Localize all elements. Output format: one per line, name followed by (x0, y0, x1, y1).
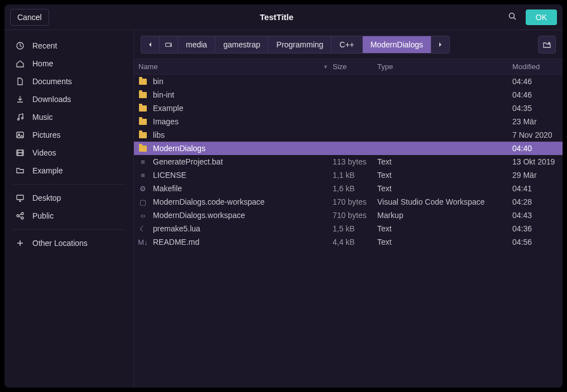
sidebar-item-public[interactable]: Public (4, 207, 133, 225)
file-row[interactable]: ≡LICENSE1,1 kBText29 Mär (134, 168, 563, 182)
file-type: Text (377, 157, 512, 166)
file-name: libs (153, 130, 165, 139)
sidebar: Recent Home Documents Downloads Music Pi… (4, 30, 134, 388)
file-type: Text (377, 184, 512, 193)
file-row[interactable]: Images23 Mär (134, 115, 563, 128)
chevron-left-icon (146, 40, 155, 49)
column-header-label: Name (138, 62, 158, 71)
sidebar-item-label: Desktop (32, 193, 61, 202)
download-icon (16, 95, 25, 104)
search-button[interactable] (504, 8, 520, 26)
column-headers: Name ▼ Size Type Modified (134, 59, 563, 75)
file-size: 710 bytes (333, 211, 377, 220)
sidebar-item-pictures[interactable]: Pictures (4, 126, 133, 144)
file-icon: ≡ (138, 157, 147, 166)
header-bar: Cancel TestTitle OK (4, 4, 563, 30)
file-modified: 04:28 (512, 197, 563, 206)
file-name: LICENSE (153, 171, 186, 180)
sidebar-item-recent[interactable]: Recent (4, 37, 133, 55)
svg-point-11 (21, 217, 23, 219)
file-dialog: Cancel TestTitle OK Recent Home Do (4, 4, 563, 388)
file-modified: 04:35 (512, 104, 563, 113)
cancel-button[interactable]: Cancel (10, 9, 49, 26)
column-header-type[interactable]: Type (377, 62, 512, 71)
path-forward-button[interactable] (431, 36, 450, 54)
file-row[interactable]: bin-int04:46 (134, 88, 563, 101)
chevron-right-icon (436, 40, 445, 49)
sidebar-item-example[interactable]: Example (4, 162, 133, 180)
path-back-button[interactable] (141, 36, 159, 54)
file-modified: 7 Nov 2020 (512, 130, 563, 139)
svg-rect-8 (17, 195, 23, 200)
breadcrumb-segment[interactable]: C++ (331, 36, 362, 54)
folder-icon (16, 166, 25, 175)
search-icon (508, 12, 517, 21)
svg-rect-5 (17, 132, 23, 138)
new-folder-button[interactable] (538, 36, 556, 54)
file-modified: 23 Mär (512, 117, 563, 126)
file-type: Text (377, 224, 512, 233)
file-row[interactable]: libs7 Nov 2020 (134, 128, 563, 142)
sidebar-item-downloads[interactable]: Downloads (4, 90, 133, 108)
file-size: 170 bytes (333, 197, 377, 206)
svg-point-9 (17, 215, 19, 217)
sort-indicator-icon: ▼ (323, 64, 328, 70)
file-icon: ☾ (138, 224, 147, 233)
clock-icon (16, 41, 25, 50)
sidebar-item-label: Example (32, 166, 63, 175)
file-modified: 04:46 (512, 77, 563, 86)
file-row[interactable]: ModernDialogs04:40 (134, 142, 563, 155)
file-row[interactable]: ‹›ModernDialogs.workspace710 bytesMarkup… (134, 209, 563, 222)
file-row[interactable]: ⚙Makefile1,6 kBText04:41 (134, 182, 563, 195)
file-icon: ⚙ (138, 184, 147, 193)
sidebar-item-label: Pictures (32, 130, 61, 139)
svg-point-0 (509, 13, 514, 18)
file-name: README.md (153, 238, 199, 246)
file-type: Markup (377, 211, 512, 220)
sidebar-item-videos[interactable]: Videos (4, 144, 133, 162)
file-icon: ≡ (138, 171, 147, 180)
sidebar-item-label: Other Locations (32, 239, 88, 248)
file-row[interactable]: ≡GenerateProject.bat113 bytesText13 Okt … (134, 155, 563, 168)
file-row[interactable]: M↓README.md4,4 kBText04:56 (134, 235, 563, 249)
sidebar-item-music[interactable]: Music (4, 108, 133, 126)
svg-point-4 (22, 118, 23, 119)
file-type: Text (377, 171, 512, 180)
sidebar-item-home[interactable]: Home (4, 55, 133, 72)
new-folder-icon (542, 40, 551, 49)
file-row[interactable]: ▢ModernDialogs.code-workspace170 bytesVi… (134, 195, 563, 209)
share-icon (16, 211, 25, 220)
breadcrumb-segment-active[interactable]: ModernDialogs (362, 36, 431, 54)
svg-point-3 (18, 119, 20, 120)
file-modified: 04:41 (512, 184, 563, 193)
breadcrumb-segment[interactable]: Programming (268, 36, 331, 54)
picture-icon (16, 130, 25, 139)
folder-icon (138, 144, 147, 153)
file-size: 1,5 kB (333, 224, 377, 233)
sidebar-item-label: Downloads (32, 95, 71, 104)
sidebar-item-documents[interactable]: Documents (4, 72, 133, 90)
sidebar-item-label: Documents (32, 77, 72, 86)
sidebar-item-desktop[interactable]: Desktop (4, 189, 133, 207)
column-header-size[interactable]: Size (333, 62, 377, 71)
file-row[interactable]: ☾premake5.lua1,5 kBText04:36 (134, 222, 563, 235)
column-header-modified[interactable]: Modified (512, 62, 563, 71)
file-list[interactable]: bin04:46bin-int04:46Example04:35Images23… (134, 75, 563, 388)
column-header-name[interactable]: Name ▼ (134, 62, 333, 71)
file-name: GenerateProject.bat (153, 157, 223, 166)
path-drive-button[interactable] (159, 36, 177, 54)
file-size: 1,6 kB (333, 184, 377, 193)
file-row[interactable]: Example04:35 (134, 101, 563, 115)
breadcrumb-segment[interactable]: media (177, 36, 215, 54)
file-type: Text (377, 238, 512, 246)
file-icon: M↓ (138, 238, 147, 246)
document-icon (16, 77, 25, 86)
ok-button[interactable]: OK (526, 9, 557, 25)
path-bar: media gamestrap Programming C++ ModernDi… (134, 30, 563, 59)
folder-icon (138, 117, 147, 126)
breadcrumb-segment[interactable]: gamestrap (215, 36, 268, 54)
sidebar-item-other-locations[interactable]: Other Locations (4, 234, 133, 252)
file-size: 1,1 kB (333, 171, 377, 180)
file-row[interactable]: bin04:46 (134, 75, 563, 88)
file-modified: 04:56 (512, 238, 563, 246)
